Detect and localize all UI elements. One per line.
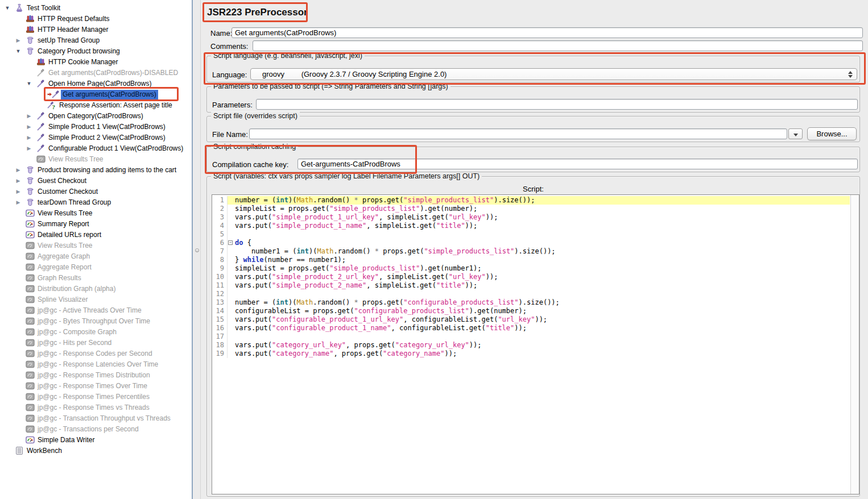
tree-collapse-icon[interactable]: ▼ [14,47,22,56]
tree-item-label: jp@gc - Response Times Distribution [36,371,152,380]
cache-key-value: Get-arguments-CatProdBrows [301,160,400,168]
tree-item-label: Get arguments(CatProdBrows) [61,90,158,99]
tree-item[interactable]: WorkBench [0,446,192,456]
tree-item[interactable]: Get arguments(CatProdBrows)-DISABLED [0,68,192,78]
line-number: 14 [212,307,228,315]
tree-item[interactable]: ▶Configurable Product 1 View(CatProdBrow… [0,143,192,154]
tree-item[interactable]: Get arguments(CatProdBrows) [0,89,192,100]
tree-item-label: jp@gc - Response Latencies Over Time [36,360,160,369]
tree-expand-icon[interactable]: ▶ [25,112,33,120]
tree-expand-icon[interactable]: ▶ [25,123,33,131]
tree-item[interactable]: View Results Tree [0,154,192,165]
line-number: 13 [212,298,228,307]
tree-item[interactable]: Spline Visualizer [0,294,192,305]
code-line: 3vars.put("simple_product_1_url_key", si… [212,213,850,222]
name-input[interactable]: Get arguments(CatProdBrows) [232,27,863,38]
code-text: vars.put("configurable_product_1_url_key… [234,315,850,324]
tree-item[interactable]: jp@gc - Transactions per Second [0,424,192,435]
fold-gutter [228,298,234,307]
tree-item-label: Response Assertion: Assert page title [57,101,174,110]
tree-item[interactable]: Distribution Graph (alpha) [0,284,192,294]
test-plan-tree: ▼Test ToolkitHTTP Request DefaultsHTTP H… [0,0,193,499]
tree-collapse-icon[interactable]: ▼ [25,80,33,88]
tree-item[interactable]: jp@gc - Transaction Throughput vs Thread… [0,413,192,424]
tree-item[interactable]: jp@gc - Active Threads Over Time [0,305,192,316]
tree-item-label: jp@gc - Active Threads Over Time [36,306,143,315]
line-number: 19 [212,350,228,358]
file-name-dropdown-button[interactable] [788,128,803,139]
code-line: 10vars.put("simple_product_2_url_key", s… [212,273,850,281]
tree-item[interactable]: jp@gc - Hits per Second [0,338,192,348]
tree-item-label: jp@gc - Response Times vs Threads [36,403,151,413]
tree-item[interactable]: Detailed URLs report [0,230,192,240]
tree-expand-icon[interactable]: ▶ [14,198,22,207]
tree-expand-icon[interactable]: ▶ [14,177,22,185]
tree-item[interactable]: HTTP Header Manager [0,24,192,35]
tree-item[interactable]: ▶Open Category(CatProdBrows) [0,111,192,122]
file-name-input[interactable] [249,128,787,139]
tree-item[interactable]: jp@gc - Response Times Distribution [0,370,192,381]
tree-expand-icon[interactable]: ▶ [25,134,33,142]
file-name-label: File Name: [212,130,248,139]
tree-item[interactable]: jp@gc - Response Times Over Time [0,381,192,392]
tree-item[interactable]: jp@gc - Bytes Throughput Over Time [0,316,192,327]
tree-item[interactable]: Summary Report [0,219,192,230]
browse-button[interactable]: Browse... [807,127,857,140]
tree-item[interactable]: ▼Test Toolkit [0,3,192,14]
line-number: 7 [212,247,228,256]
tree-item[interactable]: ▶tearDown Thread Group [0,197,192,208]
language-select[interactable]: groovy (Groovy 2.3.7 / Groovy Scripting … [250,68,857,80]
tree-item[interactable]: View Results Tree [0,208,192,219]
tree-item[interactable]: ▶setUp Thread Group [0,35,192,46]
fold-gutter [228,230,234,239]
script-language-section-title: Script language (e.g. beanshell, javascr… [211,52,365,60]
fold-gutter [228,222,234,230]
tree-item[interactable]: HTTP Cookie Manager [0,57,192,68]
comments-input[interactable] [253,40,863,51]
tree-item-label: WorkBench [25,446,64,456]
comments-label: Comments: [210,41,248,51]
tree-item[interactable]: Aggregate Report [0,262,192,273]
tree-item[interactable]: ▶Simple Product 2 View(CatProdBrows) [0,132,192,143]
tree-item[interactable]: View Results Tree [0,240,192,251]
tree-item[interactable]: jp@gc - Composite Graph [0,327,192,338]
tree-item[interactable]: Graph Results [0,273,192,284]
script-editor[interactable]: 1number = (int)(Math.random() * props.ge… [212,194,859,494]
tree-item-label: Test Toolkit [25,3,62,13]
tree-item[interactable]: Simple Data Writer [0,435,192,446]
tree-item[interactable]: ▼Category Product browsing [0,46,192,57]
parameters-input[interactable] [256,99,858,110]
tree-item[interactable]: ?Response Assertion: Assert page title [0,100,192,111]
code-fold-icon[interactable]: − [228,240,233,245]
panel-splitter[interactable] [194,0,201,499]
line-number: 18 [212,341,228,350]
tree-item[interactable]: jp@gc - Response Times vs Threads [0,402,192,413]
tree-item[interactable]: jp@gc - Response Times Percentiles [0,392,192,402]
code-line: 12 [212,290,850,298]
tree-item[interactable]: ▶Guest Checkout [0,176,192,186]
tree-item[interactable]: ▶Customer Checkout [0,186,192,197]
tree-item[interactable]: ▼Open Home Page(CatProdBrows) [0,78,192,89]
tree-item[interactable]: jp@gc - Response Codes per Second [0,348,192,359]
tree-expand-icon[interactable]: ▶ [14,166,22,174]
tree-collapse-icon[interactable]: ▼ [3,4,11,13]
line-number: 10 [212,273,228,281]
compilation-caching-section-title: Script compilation caching [211,143,298,151]
fold-gutter [228,213,234,222]
tree-item[interactable]: jp@gc - Response Latencies Over Time [0,359,192,370]
tree-expand-icon[interactable]: ▶ [14,188,22,196]
tree-expand-icon[interactable]: ▶ [14,36,22,45]
code-text: number = (int)(Math.random() * props.get… [234,298,850,307]
line-number: 6 [212,239,228,247]
tree-item[interactable]: ▶Product browsing and adding items to th… [0,165,192,176]
tree-item[interactable]: ▶Simple Product 1 View(CatProdBrows) [0,122,192,132]
cache-key-input[interactable]: Get-arguments-CatProdBrows [297,159,858,169]
tree-expand-icon[interactable]: ▶ [25,144,33,153]
name-label: Name: [210,28,232,38]
tree-item[interactable]: HTTP Request Defaults [0,14,192,24]
line-number: 3 [212,213,228,222]
tree-item-label: Get arguments(CatProdBrows)-DISABLED [47,68,180,78]
editor-scrollbar[interactable] [850,195,859,494]
code-line: 8} while(number == number1); [212,256,850,264]
tree-item[interactable]: Aggregate Graph [0,251,192,262]
